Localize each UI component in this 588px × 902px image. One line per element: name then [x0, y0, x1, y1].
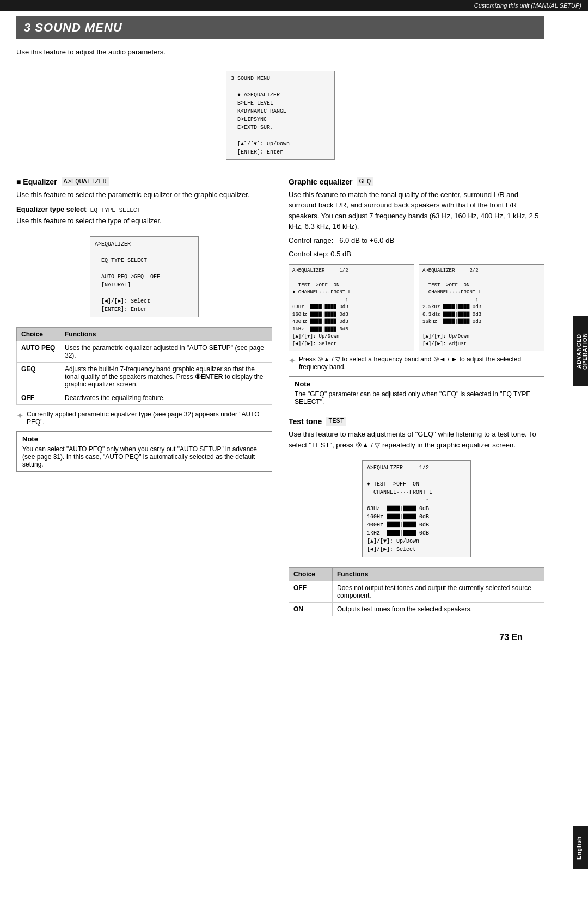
eq-type-title: Equalizer type select EQ TYPE SELECT [16, 205, 272, 213]
choice-on-test: ON [289, 603, 333, 616]
geq-control-step: Control step: 0.5 dB [289, 249, 544, 260]
col-functions-test: Functions [333, 568, 544, 581]
note-eq-type: Note You can select "AUTO PEQ" only when… [16, 431, 272, 472]
equalizer-title: ■ Equalizer A>EQUALIZER [16, 177, 272, 186]
func-geq: Adjusts the built-in 7-frequency band gr… [60, 362, 272, 391]
col-choice-test: Choice [289, 568, 333, 581]
main-content: 3 SOUND MENU Use this feature to adjust … [0, 11, 572, 653]
test-screen: A>EQUALIZER 1/2 ♦ TEST >OFF ON CHANNEL··… [362, 460, 471, 557]
note-geq: Note The "GEQ" parameter can be adjusted… [289, 376, 544, 409]
screen-line-1: 3 SOUND MENU [231, 75, 330, 83]
eq-screens: A>EQUALIZER 1/2 TEST >OFF ON ♦ CHANNEL··… [289, 264, 544, 352]
tip-icon: ✦ [16, 410, 23, 421]
tip-text: Currently applied parametric equalizer t… [27, 410, 272, 426]
eq-screen-1: A>EQUALIZER 1/2 TEST >OFF ON ♦ CHANNEL··… [289, 264, 414, 352]
geq-desc1: Use this feature to match the tonal qual… [289, 189, 544, 232]
top-bar-text: Customizing this unit (MANUAL SETUP) [474, 2, 581, 9]
eq-type-desc: Use this feature to select the type of e… [16, 216, 272, 226]
screen-line-5: K<DYNAMIC RANGE [231, 107, 330, 115]
table-row: AUTO PEQ Uses the parametric equalizer a… [17, 341, 272, 362]
choice-auto-peq: AUTO PEQ [17, 341, 60, 362]
func-on-test: Outputs test tones from the selected spe… [333, 603, 544, 616]
note-text: You can select "AUTO PEQ" only when you … [22, 445, 266, 468]
note-title: Note [22, 435, 266, 443]
screen-line-6: D>LIPSYNC [231, 115, 330, 124]
note-geq-text: The "GEQ" parameter can be adjusted only… [295, 390, 538, 406]
tip-geq: ✦ Press ⑨▲ / ▽ to select a frequency ban… [289, 355, 544, 371]
tip-geq-text: Press ⑨▲ / ▽ to select a frequency band … [299, 355, 544, 371]
screen-line-3: ♦ A>EQUALIZER [231, 91, 330, 99]
screen-line-9: [▲]/[▼]: Up/Down [231, 140, 330, 148]
screen-line-7: E>EXTD SUR. [231, 124, 330, 132]
geq-title: Graphic equalizer GEQ [289, 177, 544, 186]
main-screen: 3 SOUND MENU ♦ A>EQUALIZER B>LFE LEVEL K… [226, 71, 335, 160]
eq-screen-2: A>EQUALIZER 2/2 TEST >OFF ON CHANNEL····… [419, 264, 544, 352]
eq-type-screen: A>EQUALIZER EQ TYPE SELECT AUTO PEQ >GEQ… [90, 236, 199, 317]
screen-line-2 [231, 83, 330, 91]
equalizer-desc: Use this feature to select the parametri… [16, 189, 272, 200]
table-row: ON Outputs test tones from the selected … [289, 603, 544, 616]
col-functions: Functions [60, 327, 272, 341]
table-row: OFF Deactivates the equalizing feature. [17, 391, 272, 404]
top-bar: Customizing this unit (MANUAL SETUP) [0, 0, 588, 11]
screen-line-10: [ENTER]: Enter [231, 148, 330, 156]
tip-icon-geq: ✦ [289, 355, 296, 366]
eq-type-screen-container: A>EQUALIZER EQ TYPE SELECT AUTO PEQ >GEQ… [16, 231, 272, 323]
test-tone-table: Choice Functions OFF Does not output tes… [289, 567, 544, 616]
test-tone-desc: Use this feature to make adjustments of … [289, 429, 544, 450]
table-row: OFF Does not output test tones and outpu… [289, 581, 544, 603]
intro-text: Use this feature to adjust the audio par… [16, 47, 544, 58]
test-screen-container: A>EQUALIZER 1/2 ♦ TEST >OFF ON CHANNEL··… [289, 455, 544, 563]
note-geq-title: Note [295, 380, 538, 388]
left-column: ■ Equalizer A>EQUALIZER Use this feature… [16, 170, 272, 477]
test-tone-title: Test tone TEST [289, 417, 544, 426]
screen-line-4: B>LFE LEVEL [231, 99, 330, 107]
side-tab-english: English [573, 826, 588, 869]
table-row: GEQ Adjusts the built-in 7-frequency ban… [17, 362, 272, 391]
col-choice: Choice [17, 327, 60, 341]
page-number: 73 En [16, 633, 544, 642]
func-off-test: Does not output test tones and output th… [333, 581, 544, 603]
eq-type-table: Choice Functions AUTO PEQ Uses the param… [16, 327, 272, 405]
two-column-layout: ■ Equalizer A>EQUALIZER Use this feature… [16, 170, 544, 622]
geq-control-range: Control range: –6.0 dB to +6.0 dB [289, 235, 544, 246]
section-title: 3 SOUND MENU [16, 16, 544, 39]
side-tab-advanced: ADVANCED OPERATION [573, 316, 588, 386]
screen-line-8 [231, 132, 330, 140]
right-column: Graphic equalizer GEQ Use this feature t… [289, 170, 544, 622]
main-screen-container: 3 SOUND MENU ♦ A>EQUALIZER B>LFE LEVEL K… [16, 65, 544, 165]
choice-off: OFF [17, 391, 60, 404]
choice-off-test: OFF [289, 581, 333, 603]
func-off: Deactivates the equalizing feature. [60, 391, 272, 404]
tip-eq-type: ✦ Currently applied parametric equalizer… [16, 410, 272, 426]
choice-geq: GEQ [17, 362, 60, 391]
func-auto-peq: Uses the parametric equalizer adjusted i… [60, 341, 272, 362]
